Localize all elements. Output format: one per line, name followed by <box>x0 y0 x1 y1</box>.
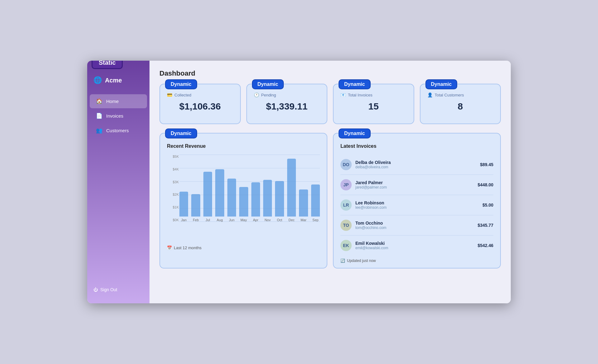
bar-label-jul: Jul <box>206 218 210 222</box>
bar-feb <box>191 194 200 217</box>
pending-icon: 🕐 <box>254 92 259 97</box>
bottom-row: Dynamic Recent Revenue $0K $1K $2K $3K $… <box>159 133 501 268</box>
sidebar-item-customers-label: Customers <box>106 128 129 133</box>
y-label-2k: $2K <box>167 193 179 196</box>
stats-row: Dynamic 💳 Collected $1,106.36 Dynamic 🕐 … <box>159 84 501 124</box>
sidebar-nav: 🏠 Home 📄 Invoices 👥 Customers <box>87 91 150 282</box>
bar-label-sep: Sep <box>312 218 319 222</box>
collected-value: $1,106.36 <box>167 101 233 112</box>
avatar: LR <box>340 199 352 211</box>
total-customers-value: 8 <box>427 101 494 112</box>
bar-label-apr: Apr <box>253 218 258 222</box>
sidebar-item-customers[interactable]: 👥 Customers <box>90 124 147 138</box>
calendar-icon: 📅 <box>167 245 172 250</box>
invoice-email: emil@kowalski.com <box>355 246 477 250</box>
globe-icon: 🌐 <box>93 76 102 84</box>
bar-oct <box>275 181 284 217</box>
chart-bar-aug: Aug <box>215 169 224 222</box>
bar-label-dec: Dec <box>288 218 295 222</box>
total-invoices-value: 15 <box>340 101 407 112</box>
invoice-amount: $345.77 <box>477 223 493 228</box>
bar-label-oct: Oct <box>277 218 282 222</box>
chart-card: Dynamic Recent Revenue $0K $1K $2K $3K $… <box>159 133 327 268</box>
invoice-info: Emil Kowalskiemil@kowalski.com <box>355 241 477 250</box>
chart-bars: JanFebJulAugJunMayAprNovOctDecMarSep <box>167 155 320 229</box>
chart-bar-apr: Apr <box>251 182 260 222</box>
chart-bar-jul: Jul <box>203 172 212 222</box>
invoices-section-title: Latest Invoices <box>340 143 493 149</box>
avatar: EK <box>340 240 352 251</box>
invoice-info: Lee Robinsonlee@robinson.com <box>355 200 482 210</box>
invoice-email: lee@robinson.com <box>355 205 482 210</box>
invoice-list: DODelba de Oliveiradelba@oliveira.com$89… <box>340 155 493 255</box>
invoice-amount: $89.45 <box>480 162 493 167</box>
bar-nov <box>263 180 272 217</box>
invoice-item: EKEmil Kowalskiemil@kowalski.com$542.46 <box>340 236 493 255</box>
stat-card-total-invoices: Dynamic 📧 Total Invoices 15 <box>333 84 414 124</box>
invoice-email: delba@oliveira.com <box>355 165 480 169</box>
invoice-amount: $448.00 <box>477 182 493 187</box>
chart-bar-nov: Nov <box>263 180 272 222</box>
sidebar-item-home[interactable]: 🏠 Home <box>90 94 147 108</box>
stat-card-pending: Dynamic 🕐 Pending $1,339.11 <box>246 84 328 124</box>
invoice-name: Emil Kowalski <box>355 241 477 246</box>
sidebar-item-home-label: Home <box>106 99 119 104</box>
sidebar-item-invoices[interactable]: 📄 Invoices <box>90 109 147 123</box>
customers-icon: 👥 <box>96 127 102 134</box>
chart-bar-sep: Sep <box>311 184 320 222</box>
static-badge: Static <box>92 61 123 69</box>
avatar: TO <box>340 220 352 231</box>
total-invoices-label: Total Invoices <box>348 93 373 97</box>
invoice-amount: $5.00 <box>482 203 493 208</box>
invoice-name: Delba de Oliveira <box>355 160 480 165</box>
bar-aug <box>215 169 224 217</box>
avatar: JP <box>340 179 352 190</box>
pending-label: Pending <box>261 93 276 97</box>
invoice-amount: $542.46 <box>477 243 493 248</box>
chart-bar-jun: Jun <box>227 179 236 222</box>
bar-label-jan: Jan <box>181 218 187 222</box>
bar-label-nov: Nov <box>264 218 271 222</box>
sidebar-item-invoices-label: Invoices <box>106 113 123 119</box>
bar-label-mar: Mar <box>301 218 306 222</box>
pending-value: $1,339.11 <box>254 101 320 112</box>
stat-card-total-customers: Dynamic 👤 Total Customers 8 <box>420 84 501 124</box>
main-content: Dashboard Dynamic 💳 Collected $1,106.36 … <box>150 61 511 303</box>
invoice-info: Tom Occhinotom@occhino.com <box>355 221 477 230</box>
avatar: DO <box>340 159 352 170</box>
invoice-item: LRLee Robinsonlee@robinson.com$5.00 <box>340 195 493 215</box>
total-customers-label: Total Customers <box>435 93 464 97</box>
chart-footer-text: Last 12 months <box>174 245 202 250</box>
dynamic-badge-latest: Dynamic <box>339 128 371 138</box>
chart-bar-feb: Feb <box>191 194 200 222</box>
sidebar-logo-text: Acme <box>105 77 122 84</box>
invoice-item: DODelba de Oliveiradelba@oliveira.com$89… <box>340 155 493 175</box>
invoice-name: Lee Robinson <box>355 200 482 205</box>
invoice-item: TOTom Occhinotom@occhino.com$345.77 <box>340 215 493 236</box>
total-customers-icon: 👤 <box>427 92 433 97</box>
bar-dec <box>287 159 296 217</box>
sidebar-logo: 🌐 Acme <box>87 67 150 91</box>
bar-label-aug: Aug <box>217 218 223 222</box>
invoices-footer-text: Updated just now <box>347 259 376 263</box>
bar-mar <box>299 189 308 217</box>
bar-label-jun: Jun <box>229 218 235 222</box>
chart-yaxis: $0K $1K $2K $3K $4K $5K <box>167 155 179 229</box>
signout-button[interactable]: ⏻ Sign Out <box>87 282 150 297</box>
y-label-3k: $3K <box>167 180 179 184</box>
chart-bar-dec: Dec <box>287 159 296 222</box>
sidebar: Static 🌐 Acme 🏠 Home 📄 Invoices 👥 Custom… <box>87 61 150 303</box>
invoice-name: Jared Palmer <box>355 180 477 185</box>
app-window: Static 🌐 Acme 🏠 Home 📄 Invoices 👥 Custom… <box>87 61 511 303</box>
bar-may <box>239 187 248 217</box>
invoices-icon: 📄 <box>96 113 102 119</box>
chart-bar-jan: Jan <box>179 192 188 222</box>
collected-label: Collected <box>174 93 191 97</box>
bar-jan <box>179 192 188 217</box>
dynamic-badge-collected: Dynamic <box>165 79 197 89</box>
signout-icon: ⏻ <box>93 287 98 292</box>
dynamic-badge-pending: Dynamic <box>252 79 284 89</box>
bar-label-feb: Feb <box>193 218 199 222</box>
dynamic-badge-invoices: Dynamic <box>339 79 371 89</box>
chart-bar-may: May <box>239 187 248 222</box>
